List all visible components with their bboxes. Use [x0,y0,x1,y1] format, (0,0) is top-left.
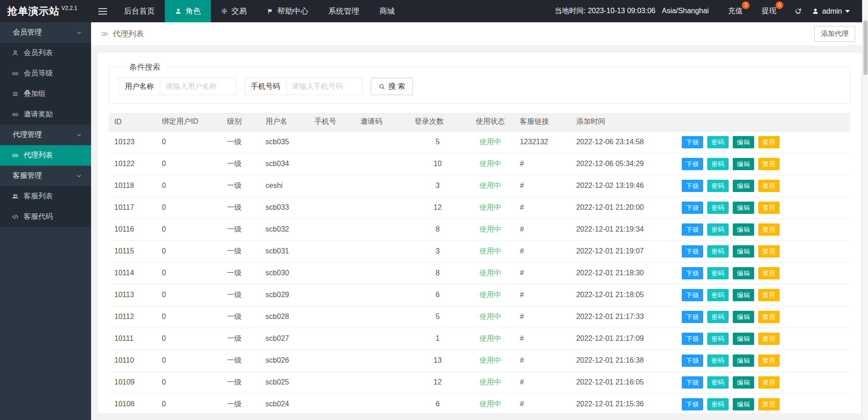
edit-button[interactable]: 编辑 [733,136,754,148]
link-icon [12,70,19,77]
cell-bind-user-id: 0 [156,197,221,218]
subordinate-button[interactable]: 下级 [682,245,703,258]
col-login-count: 登录次数 [409,113,466,131]
cell-bind-user-id: 0 [156,262,221,284]
sidebar-item-member-level[interactable]: 会员等级 [0,63,91,84]
disable-button[interactable]: 禁用 [758,180,780,192]
disable-button[interactable]: 禁用 [758,376,780,389]
subordinate-button[interactable]: 下级 [682,223,703,236]
status-badge: 使用中 [466,393,515,413]
cell-bind-user-id: 0 [156,349,221,371]
subordinate-button[interactable]: 下级 [682,158,703,170]
edit-button[interactable]: 编辑 [733,354,754,367]
sidebar-item-invite-reward[interactable]: 邀请奖励 [0,104,91,125]
password-button[interactable]: 密码 [707,245,729,258]
disable-button[interactable]: 禁用 [758,289,780,301]
password-button[interactable]: 密码 [707,180,729,192]
disable-button[interactable]: 禁用 [758,223,780,236]
scale-icon [221,8,228,15]
subordinate-button[interactable]: 下级 [682,398,703,410]
disable-button[interactable]: 禁用 [758,354,780,367]
menu-toggle-icon[interactable] [91,0,114,22]
recharge-link[interactable]: 充值 3 [721,0,749,22]
cell-login-count: 10 [409,153,466,175]
edit-button[interactable]: 编辑 [733,311,754,323]
password-button[interactable]: 密码 [707,223,729,236]
nav-item-help[interactable]: 帮助中心 [257,0,318,22]
withdraw-link[interactable]: 提现 0 [755,0,782,22]
sidebar-item-service-list[interactable]: 客服列表 [0,186,91,207]
disable-button[interactable]: 禁用 [758,333,780,345]
add-agent-button[interactable]: 添加代理 [814,26,855,42]
code-icon [12,213,19,220]
subordinate-button[interactable]: 下级 [682,311,703,323]
username-input[interactable] [160,78,236,95]
password-button[interactable]: 密码 [707,158,729,170]
cell-username: scb030 [260,262,309,284]
nav-item-trade[interactable]: 交易 [211,0,257,22]
password-button[interactable]: 密码 [707,136,729,148]
disable-button[interactable]: 禁用 [758,267,780,279]
subordinate-button[interactable]: 下级 [682,289,703,301]
sidebar-item-agent-list[interactable]: 代理列表 [0,145,91,166]
refresh-icon[interactable] [789,0,807,22]
subordinate-button[interactable]: 下级 [682,202,703,214]
password-button[interactable]: 密码 [707,311,729,323]
nav-item-home[interactable]: 后台首页 [114,0,165,22]
subordinate-button[interactable]: 下级 [682,333,703,345]
password-button[interactable]: 密码 [707,333,729,345]
nav-item-role[interactable]: 角色 [165,0,211,22]
edit-button[interactable]: 编辑 [733,158,754,170]
user-menu[interactable]: admin [807,0,854,22]
table-row: 10108 0 一级 scb024 6 使用中 # 2022-12-01 21:… [109,393,850,413]
subordinate-button[interactable]: 下级 [682,136,703,148]
subordinate-button[interactable]: 下级 [682,354,703,367]
cell-username: scb024 [260,393,309,413]
edit-button[interactable]: 编辑 [733,289,754,301]
subordinate-button[interactable]: 下级 [682,376,703,389]
sidebar-section-agent[interactable]: 代理管理 [0,125,91,145]
link-icon [12,111,19,118]
page-scrollbar[interactable] [862,0,868,420]
sidebar-section-member[interactable]: 会员管理 [0,22,91,43]
password-button[interactable]: 密码 [707,376,729,389]
cell-created-at: 2022-12-01 21:20:00 [571,197,678,218]
subordinate-button[interactable]: 下级 [682,180,703,192]
disable-button[interactable]: 禁用 [758,202,780,214]
cell-created-at: 2022-12-01 21:16:05 [571,371,678,393]
password-button[interactable]: 密码 [707,289,729,301]
phone-input[interactable] [286,78,363,95]
cell-username: scb035 [260,131,309,153]
phone-group: 手机号码 [245,78,363,95]
sidebar-item-stack-group[interactable]: 叠加组 [0,84,91,104]
disable-button[interactable]: 禁用 [758,398,780,410]
disable-button[interactable]: 禁用 [758,311,780,323]
cell-actions: 下级密码编辑禁用 [678,175,850,197]
disable-button[interactable]: 禁用 [758,245,780,258]
edit-button[interactable]: 编辑 [733,245,754,258]
subordinate-button[interactable]: 下级 [682,267,703,279]
scrollbar-thumb[interactable] [863,20,868,75]
edit-button[interactable]: 编辑 [733,267,754,279]
password-button[interactable]: 密码 [707,202,729,214]
edit-button[interactable]: 编辑 [733,202,754,214]
local-time: 当地时间: 2023-10-13 09:03:06Asia/Shanghai [555,6,709,16]
disable-button[interactable]: 禁用 [758,158,780,170]
edit-button[interactable]: 编辑 [733,398,754,410]
edit-button[interactable]: 编辑 [733,376,754,389]
col-level: 级别 [221,113,260,131]
edit-button[interactable]: 编辑 [733,223,754,236]
password-button[interactable]: 密码 [707,398,729,410]
search-button[interactable]: 搜 索 [371,78,413,95]
sidebar-item-service-code[interactable]: 客服代码 [0,207,91,227]
nav-item-mall[interactable]: 商城 [369,0,405,22]
sidebar-section-service[interactable]: 客服管理 [0,166,91,186]
edit-button[interactable]: 编辑 [733,333,754,345]
edit-button[interactable]: 编辑 [733,180,754,192]
password-button[interactable]: 密码 [707,354,729,367]
disable-button[interactable]: 禁用 [758,136,780,148]
nav-item-system[interactable]: 系统管理 [318,0,369,22]
cell-username: scb032 [260,218,309,240]
sidebar-item-member-list[interactable]: 会员列表 [0,43,91,63]
password-button[interactable]: 密码 [707,267,729,279]
